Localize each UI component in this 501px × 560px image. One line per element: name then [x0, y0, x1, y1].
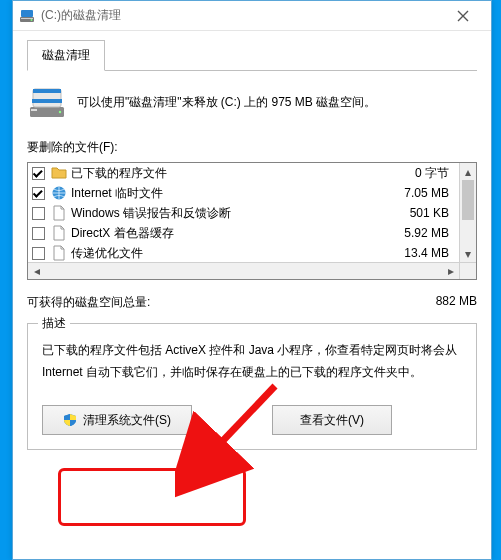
file-size: 5.92 MB [383, 226, 455, 240]
file-name: Internet 临时文件 [71, 185, 383, 202]
file-name: DirectX 着色器缓存 [71, 225, 383, 242]
svg-rect-8 [33, 89, 61, 93]
file-name: 传递优化文件 [71, 245, 383, 262]
file-icon [51, 225, 67, 241]
info-row: 可以使用"磁盘清理"来释放 (C:) 上的 975 MB 磁盘空间。 [27, 85, 477, 121]
folder-icon [51, 165, 67, 181]
file-checkbox[interactable] [32, 207, 45, 220]
scroll-down-arrow[interactable]: ▾ [460, 245, 476, 262]
file-size: 0 字节 [383, 165, 455, 182]
client-area: 磁盘清理 可以使用"磁盘清理"来释放 (C:) 上的 975 MB 磁盘空间。 … [13, 31, 491, 464]
file-list-row[interactable]: 已下载的程序文件0 字节 [28, 163, 459, 183]
tab-strip: 磁盘清理 [27, 39, 477, 71]
file-list-row[interactable]: Windows 错误报告和反馈诊断501 KB [28, 203, 459, 223]
disk-icon [27, 85, 67, 121]
file-checkbox[interactable] [32, 247, 45, 260]
filelist-label: 要删除的文件(F): [27, 139, 477, 156]
file-size: 501 KB [383, 206, 455, 220]
file-list: 已下载的程序文件0 字节Internet 临时文件7.05 MBWindows … [27, 162, 477, 280]
file-name: Windows 错误报告和反馈诊断 [71, 205, 383, 222]
scroll-right-arrow[interactable]: ▸ [442, 263, 459, 280]
info-text: 可以使用"磁盘清理"来释放 (C:) 上的 975 MB 磁盘空间。 [77, 93, 376, 112]
view-files-label: 查看文件(V) [300, 412, 364, 429]
file-icon [51, 245, 67, 261]
svg-point-6 [59, 111, 61, 113]
svg-rect-1 [21, 10, 33, 17]
button-row: 清理系统文件(S) 查看文件(V) [42, 405, 462, 435]
scroll-up-arrow[interactable]: ▴ [460, 163, 476, 180]
total-row: 可获得的磁盘空间总量: 882 MB [27, 294, 477, 311]
file-icon [51, 205, 67, 221]
close-button[interactable] [441, 2, 485, 30]
vertical-scrollbar[interactable]: ▴ ▾ [459, 163, 476, 262]
file-list-row[interactable]: Internet 临时文件7.05 MB [28, 183, 459, 203]
description-group: 描述 已下载的程序文件包括 ActiveX 控件和 Java 小程序，你查看特定… [27, 323, 477, 450]
svg-rect-9 [32, 99, 62, 103]
file-checkbox[interactable] [32, 167, 45, 180]
scroll-left-arrow[interactable]: ◂ [28, 263, 45, 280]
description-legend: 描述 [38, 315, 70, 332]
total-label: 可获得的磁盘空间总量: [27, 294, 150, 311]
scrollbar-corner [459, 262, 476, 279]
clean-system-files-label: 清理系统文件(S) [83, 412, 171, 429]
file-size: 7.05 MB [383, 186, 455, 200]
total-value: 882 MB [436, 294, 477, 311]
scrollbar-thumb[interactable] [462, 180, 474, 220]
horizontal-scrollbar[interactable]: ◂ ▸ [28, 262, 459, 279]
file-checkbox[interactable] [32, 227, 45, 240]
globe-icon [51, 185, 67, 201]
file-checkbox[interactable] [32, 187, 45, 200]
svg-rect-2 [21, 18, 33, 19]
disk-cleanup-icon [19, 8, 35, 24]
description-text: 已下载的程序文件包括 ActiveX 控件和 Java 小程序，你查看特定网页时… [42, 340, 462, 383]
window-title: (C:)的磁盘清理 [41, 7, 441, 24]
file-list-row[interactable]: DirectX 着色器缓存5.92 MB [28, 223, 459, 243]
dialog-window: (C:)的磁盘清理 磁盘清理 可以使用"磁盘清理"来释放 (C:) 上的 975… [12, 0, 492, 560]
view-files-button[interactable]: 查看文件(V) [272, 405, 392, 435]
svg-rect-5 [31, 109, 37, 111]
file-size: 13.4 MB [383, 246, 455, 260]
tab-disk-cleanup[interactable]: 磁盘清理 [27, 40, 105, 71]
svg-point-3 [31, 19, 33, 21]
clean-system-files-button[interactable]: 清理系统文件(S) [42, 405, 192, 435]
file-name: 已下载的程序文件 [71, 165, 383, 182]
shield-icon [63, 413, 77, 427]
close-icon [457, 10, 469, 22]
file-list-row[interactable]: 传递优化文件13.4 MB [28, 243, 459, 262]
titlebar: (C:)的磁盘清理 [13, 1, 491, 31]
